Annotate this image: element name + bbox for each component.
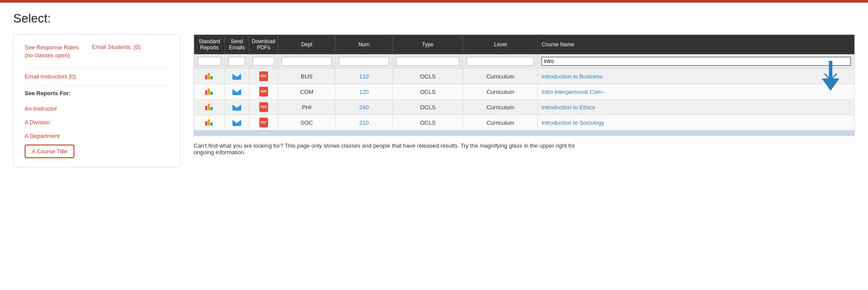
cell-type-1: OCLS [393,69,463,84]
email-instructors-link[interactable]: Email Instructors (0) [25,73,169,80]
email-icon-2 [232,89,241,95]
cell-download-pdfs-4: PDF [249,115,278,130]
filter-download-pdfs [249,54,278,69]
col-dept: Dept [278,35,335,55]
cell-send-emails-2 [225,84,249,100]
cell-course-name-1: Introduction to Business [538,69,855,84]
table-row: PDF PHI 240 OCLS Curriculum Introduction… [194,100,855,115]
cell-course-name-2: Intro Interpersonal Com– [538,84,855,100]
num-link-2[interactable]: 120 [359,89,369,95]
email-link-row2[interactable] [232,88,241,95]
filter-standard-reports-input[interactable] [198,57,221,66]
cell-dept-1: BUS [278,69,335,84]
page-container: Select: See Response Rates (no classes o… [0,3,868,290]
bar-chart-icon-link-3[interactable] [205,105,214,112]
pdf-link-row4[interactable]: PDF [259,119,268,125]
filter-row [194,54,855,69]
page-title: Select: [13,11,855,26]
filter-send-emails-input[interactable] [228,57,245,66]
course-name-link-4[interactable]: Introduction to Sociology [541,119,604,126]
pdf-link-row2[interactable]: PDF [259,88,268,94]
separator-1 [25,68,169,69]
bar-chart-icon-3 [205,103,214,110]
course-name-link-1[interactable]: Introduction to Business [541,73,603,80]
num-link-3[interactable]: 240 [359,104,369,111]
cell-level-1: Curriculum [463,69,538,84]
email-icon-3 [232,104,241,111]
cell-dept-2: COM [278,84,335,100]
bar-red-3 [205,106,207,110]
response-rates-link[interactable]: See Response Rates (no classes open) [25,44,79,59]
filter-type-input[interactable] [396,57,459,66]
filter-dept-input[interactable] [282,57,331,66]
spacer-cell [194,130,855,136]
bar-orange-2 [208,89,210,95]
col-send-emails: Send Emails [225,35,249,55]
separator-2 [25,85,169,86]
bar-chart-icon-link-4[interactable] [205,120,214,127]
bar-orange-3 [208,104,210,110]
filter-download-pdfs-input[interactable] [253,57,274,66]
cell-num-3: 240 [335,100,393,115]
filter-num [335,54,393,69]
pdf-icon-4: PDF [259,118,268,127]
cell-level-4: Curriculum [463,115,538,130]
filter-dept [278,54,335,69]
filter-course-name [538,54,855,69]
down-arrow-container [820,61,842,93]
table-row: PDF SOC 210 OCLS Curriculum Introduction… [194,115,855,130]
course-name-link-2[interactable]: Intro Interpersonal Com– [541,89,605,95]
nav-item-instructor[interactable]: An Instructor [25,102,169,115]
cell-level-2: Curriculum [463,84,538,100]
cell-standard-reports [194,69,225,84]
bar-chart-icon-4 [205,119,214,126]
pdf-link-row3[interactable]: PDF [259,103,268,110]
filter-num-input[interactable] [339,57,389,66]
left-panel-links: See Response Rates (no classes open) Ema… [25,44,169,59]
pdf-link-row1[interactable]: PDF [259,72,268,79]
cell-dept-4: SOC [278,115,335,130]
filter-send-emails [225,54,249,69]
cell-dept-3: PHI [278,100,335,115]
cell-course-name-3: Introduction to Ethics [538,100,855,115]
bar-chart-icon-link[interactable] [205,74,214,81]
num-link-4[interactable]: 210 [359,119,369,126]
table-row: PDF COM 120 OCLS Curriculum Intro Interp… [194,84,855,100]
bar-green-3 [210,107,213,110]
bar-red-4 [205,121,207,126]
bar-orange-4 [208,119,210,126]
course-name-link-3[interactable]: Introduction to Ethics [541,104,595,111]
col-num: Num [335,35,393,55]
cell-level-3: Curriculum [463,100,538,115]
bar-red [205,75,207,79]
bar-green-2 [210,92,213,95]
email-students-link[interactable]: Email Students: (0) [92,44,141,59]
email-link-row4[interactable] [232,119,241,126]
cell-standard-reports-2 [194,84,225,100]
col-download-pdfs: Download PDFs [249,35,278,55]
filter-level-input[interactable] [467,57,534,66]
cell-num-1: 110 [335,69,393,84]
filter-type [393,54,463,69]
bar-chart-icon-link-2[interactable] [205,89,214,96]
pdf-icon-2: PDF [259,87,268,97]
bar-green-4 [210,123,213,126]
cell-send-emails-3 [225,100,249,115]
nav-item-division[interactable]: A Division [25,115,169,129]
email-link-row3[interactable] [232,104,241,110]
cell-course-name-4: Introduction to Sociology [538,115,855,130]
email-link-row1[interactable] [232,73,241,79]
pdf-icon: PDF [259,71,268,81]
num-link-1[interactable]: 110 [359,73,369,80]
nav-item-department[interactable]: A Department [25,129,169,143]
filter-course-name-input[interactable] [541,57,851,66]
cell-num-4: 210 [335,115,393,130]
nav-item-course-title[interactable]: A Course Title [25,145,74,158]
spacer-row [194,130,855,136]
see-reports-label: See Reports For: [25,90,169,97]
info-text: Can't find what you are looking for? Thi… [194,142,590,156]
cell-standard-reports-3 [194,100,225,115]
pdf-icon-3: PDF [259,102,268,112]
cell-type-4: OCLS [393,115,463,130]
col-type: Type [393,35,463,55]
